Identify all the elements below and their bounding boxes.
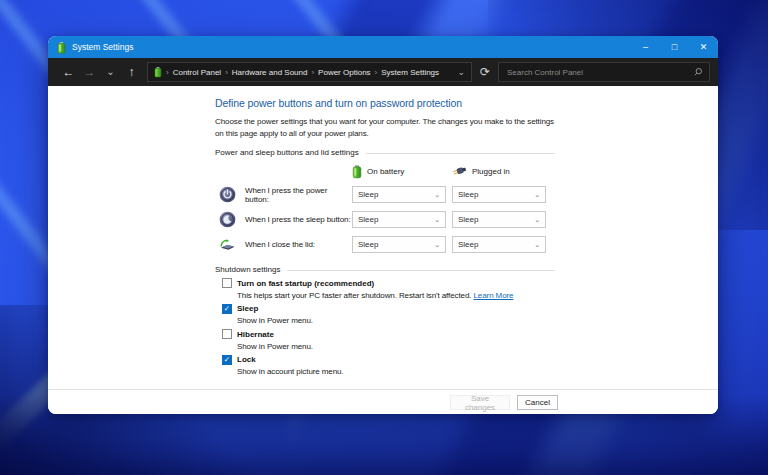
chevron-down-icon: ⌄ (534, 191, 540, 199)
option-description: Show in Power menu. (237, 316, 555, 325)
battery-icon (352, 164, 362, 179)
option-description: This helps start your PC faster after sh… (237, 291, 555, 300)
check-icon: ✓ (224, 356, 230, 364)
breadcrumb-item-hardware-and-sound[interactable]: Hardware and Sound (232, 68, 308, 77)
power-table-header: On battery Plugged in (215, 160, 555, 182)
sleep-button-plugged-in-select[interactable]: Sleep ⌄ (452, 211, 546, 228)
battery-icon (57, 41, 66, 54)
section-divider (366, 153, 555, 154)
learn-more-link[interactable]: Learn More (474, 291, 514, 300)
back-button[interactable]: ← (58, 58, 79, 86)
chevron-down-icon: ⌄ (434, 191, 440, 199)
option-label: Hibernate (237, 330, 274, 339)
search-icon (693, 67, 703, 77)
up-button[interactable]: ↑ (121, 58, 142, 86)
search-input[interactable] (505, 67, 693, 78)
option-description: Show in Power menu. (237, 342, 555, 351)
close-button[interactable]: ✕ (689, 36, 718, 58)
lock-option: ✓ Lock Show in account picture menu. (222, 355, 555, 377)
close-lid-row: When I close the lid: Sleep ⌄ Sleep ⌄ (215, 232, 555, 257)
fast-startup-option: ✓ Turn on fast startup (recommended) Thi… (222, 278, 555, 300)
section-divider (287, 270, 555, 271)
system-settings-window: System Settings – □ ✕ ← → ⌄ ↑ › Control … (48, 36, 718, 414)
plug-icon (452, 165, 467, 177)
page-title: Define power buttons and turn on passwor… (215, 97, 555, 109)
column-label: Plugged in (472, 167, 510, 176)
description-text: This helps start your PC faster after sh… (237, 291, 471, 300)
hibernate-checkbox[interactable]: ✓ (222, 329, 232, 339)
option-label: Lock (237, 355, 256, 364)
lock-checkbox[interactable]: ✓ (222, 355, 232, 365)
sleep-button-icon (219, 211, 236, 228)
sleep-button-row: When I press the sleep button: Sleep ⌄ S… (215, 207, 555, 232)
section-title: Shutdown settings (215, 265, 280, 274)
option-label: Sleep (237, 304, 258, 313)
column-on-battery: On battery (352, 164, 452, 179)
breadcrumb-separator: › (311, 68, 314, 77)
select-value: Sleep (458, 190, 478, 199)
column-label: On battery (367, 167, 404, 176)
check-icon: ✓ (224, 305, 230, 313)
row-label: When I press the power button: (245, 186, 352, 204)
sleep-option: ✓ Sleep Show in Power menu. (222, 304, 555, 326)
row-label: When I close the lid: (245, 240, 352, 249)
power-button-row: When I press the power button: Sleep ⌄ S… (215, 182, 555, 207)
fast-startup-checkbox[interactable]: ✓ (222, 278, 232, 288)
breadcrumb-separator: › (375, 68, 378, 77)
titlebar[interactable]: System Settings – □ ✕ (48, 36, 718, 58)
breadcrumb[interactable]: › Control Panel › Hardware and Sound › P… (147, 62, 472, 82)
chevron-down-icon: ⌄ (534, 241, 540, 249)
refresh-icon[interactable]: ⟳ (480, 65, 490, 79)
dialog-footer: Save changes Cancel (48, 389, 718, 414)
battery-icon (154, 66, 162, 78)
select-value: Sleep (458, 215, 478, 224)
column-plugged-in: Plugged in (452, 165, 552, 177)
sleep-checkbox[interactable]: ✓ (222, 304, 232, 314)
recent-pages-dropdown-icon[interactable]: ⌄ (100, 58, 121, 86)
chevron-down-icon: ⌄ (434, 216, 440, 224)
chevron-down-icon: ⌄ (434, 241, 440, 249)
cancel-button[interactable]: Cancel (517, 395, 558, 410)
power-button-on-battery-select[interactable]: Sleep ⌄ (352, 186, 446, 203)
window-title: System Settings (72, 42, 631, 52)
option-label: Turn on fast startup (recommended) (237, 279, 374, 288)
select-value: Sleep (358, 240, 378, 249)
search-box[interactable] (498, 62, 710, 82)
chevron-down-icon: ⌄ (534, 216, 540, 224)
option-description: Show in account picture menu. (237, 367, 555, 376)
power-button-plugged-in-select[interactable]: Sleep ⌄ (452, 186, 546, 203)
sleep-button-on-battery-select[interactable]: Sleep ⌄ (352, 211, 446, 228)
breadcrumb-separator: › (225, 68, 228, 77)
select-value: Sleep (458, 240, 478, 249)
address-toolbar: ← → ⌄ ↑ › Control Panel › Hardware and S… (48, 58, 718, 86)
laptop-lid-icon (219, 236, 236, 253)
close-lid-plugged-in-select[interactable]: Sleep ⌄ (452, 236, 546, 253)
page-description: Choose the power settings that you want … (215, 116, 555, 139)
content-area: Define power buttons and turn on passwor… (48, 86, 718, 390)
minimize-button[interactable]: – (631, 36, 660, 58)
save-changes-button[interactable]: Save changes (450, 395, 510, 410)
section-shutdown-settings: Shutdown settings (215, 265, 555, 274)
breadcrumb-separator: › (166, 68, 169, 77)
power-button-icon (219, 186, 236, 203)
section-power-sleep-lid: Power and sleep buttons and lid settings (215, 148, 555, 157)
breadcrumb-item-control-panel[interactable]: Control Panel (173, 68, 221, 77)
select-value: Sleep (358, 215, 378, 224)
row-label: When I press the sleep button: (245, 215, 352, 224)
breadcrumb-item-system-settings[interactable]: System Settings (381, 68, 439, 77)
shutdown-options: ✓ Turn on fast startup (recommended) Thi… (215, 278, 555, 376)
hibernate-option: ✓ Hibernate Show in Power menu. (222, 329, 555, 351)
address-dropdown-icon[interactable]: ⌄ (457, 67, 465, 77)
section-title: Power and sleep buttons and lid settings (215, 148, 359, 157)
close-lid-on-battery-select[interactable]: Sleep ⌄ (352, 236, 446, 253)
forward-button[interactable]: → (79, 58, 100, 86)
select-value: Sleep (358, 190, 378, 199)
maximize-button[interactable]: □ (660, 36, 689, 58)
breadcrumb-item-power-options[interactable]: Power Options (318, 68, 370, 77)
